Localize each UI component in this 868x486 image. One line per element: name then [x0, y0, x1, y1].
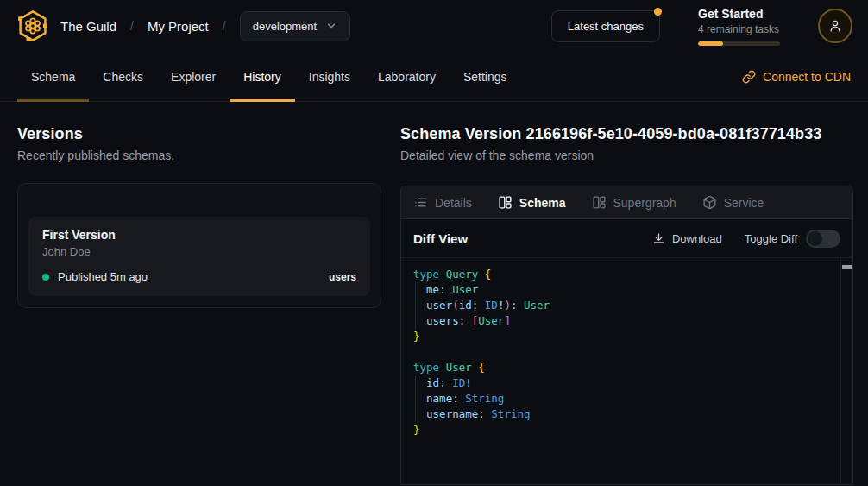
diff-actions: Download Toggle Diff [652, 230, 840, 248]
version-service-badge: users [329, 271, 356, 283]
user-avatar[interactable] [818, 9, 852, 43]
code-line: id: ID! [413, 376, 837, 391]
indent-guide [415, 407, 416, 422]
code-line: type Query { [413, 267, 837, 282]
code-line: } [413, 422, 837, 438]
tab-history[interactable]: History [230, 52, 295, 101]
code-scrollbar[interactable] [840, 258, 852, 484]
detail-tab-supergraph[interactable]: Supergraph [592, 195, 676, 210]
columns-icon [592, 195, 607, 210]
environment-dropdown[interactable]: development [240, 11, 350, 41]
tab-schema[interactable]: Schema [17, 52, 89, 101]
user-icon [827, 18, 843, 34]
breadcrumb: The Guild / My Project / [60, 19, 226, 34]
code-line: username: String [413, 407, 837, 422]
code-line: user(id: ID!): User [413, 298, 837, 313]
download-button[interactable]: Download [652, 232, 722, 245]
detail-tab-label: Service [724, 196, 764, 210]
get-started-widget[interactable]: Get Started 4 remaining tasks [698, 7, 780, 46]
get-started-subtitle: 4 remaining tasks [698, 23, 780, 35]
code-line: name: String [413, 391, 837, 407]
toggle-diff-switch[interactable] [806, 230, 840, 248]
header-right-cluster: Latest changes Get Started 4 remaining t… [551, 7, 852, 46]
schema-version-detail-box: Details Schema [400, 186, 853, 485]
hive-logo-icon[interactable] [16, 9, 50, 43]
connect-to-cdn-link[interactable]: Connect to CDN [742, 52, 851, 101]
toggle-diff-label: Toggle Diff [745, 232, 797, 245]
detail-tab-service[interactable]: Service [702, 195, 764, 210]
cube-icon [702, 195, 717, 210]
connect-to-cdn-label: Connect to CDN [763, 70, 851, 84]
versions-list-card: First Version John Doe Published 5m ago … [17, 183, 381, 308]
detail-tab-label: Supergraph [613, 196, 676, 210]
code-line: users: [User] [413, 313, 837, 329]
code-line [413, 344, 837, 360]
toggle-diff-control: Toggle Diff [745, 230, 840, 248]
breadcrumb-org[interactable]: The Guild [60, 19, 116, 34]
detail-tab-details[interactable]: Details [413, 195, 472, 210]
published-status-dot [42, 274, 49, 281]
code-line: me: User [413, 282, 837, 298]
schema-version-subtitle: Detailed view of the schema version [400, 148, 853, 162]
schema-version-panel: Schema Version 2166196f-5e10-4059-bd0a-0… [400, 102, 868, 486]
breadcrumb-separator: / [130, 19, 134, 33]
columns-icon [498, 195, 513, 210]
tab-insights[interactable]: Insights [295, 52, 364, 101]
detail-tab-schema[interactable]: Schema [498, 195, 566, 210]
latest-changes-label: Latest changes [568, 20, 644, 33]
version-meta-row: Published 5m ago users [42, 270, 356, 283]
code-line: } [413, 329, 837, 344]
detail-tabbar: Details Schema [401, 186, 852, 219]
versions-title: Versions [17, 125, 381, 143]
breadcrumb-project[interactable]: My Project [148, 19, 209, 34]
version-author: John Doe [42, 245, 356, 258]
breadcrumb-separator: / [223, 19, 226, 33]
diff-view-title: Diff View [413, 231, 468, 246]
tab-explorer[interactable]: Explorer [157, 52, 230, 101]
schema-version-title: Schema Version 2166196f-5e10-4059-bd0a-0… [400, 125, 853, 143]
indent-guide [415, 313, 416, 329]
tab-laboratory[interactable]: Laboratory [364, 52, 450, 101]
detail-tab-label: Schema [519, 196, 566, 210]
get-started-progress-fill [698, 41, 723, 46]
diff-toolbar: Diff View Download Toggle Diff [401, 219, 852, 258]
detail-tab-label: Details [435, 196, 472, 210]
download-label: Download [672, 232, 722, 245]
schema-code-editor[interactable]: type Query { me: User user(id: ID!): Use… [401, 258, 852, 484]
code-lines: type Query { me: User user(id: ID!): Use… [413, 267, 837, 438]
version-name: First Version [42, 228, 356, 242]
indent-guide [415, 376, 416, 391]
get-started-title: Get Started [698, 7, 780, 21]
versions-panel: Versions Recently published schemas. Fir… [0, 102, 400, 486]
version-list-item[interactable]: First Version John Doe Published 5m ago … [28, 217, 370, 296]
primary-nav: Schema Checks Explorer History Insights … [0, 52, 868, 102]
indent-guide [415, 391, 416, 407]
chevron-down-icon [325, 20, 337, 32]
version-status: Published 5m ago [58, 270, 148, 283]
tab-checks[interactable]: Checks [89, 52, 157, 101]
indent-guide [415, 298, 416, 313]
link-icon [742, 70, 756, 84]
tab-settings[interactable]: Settings [450, 52, 521, 101]
versions-subtitle: Recently published schemas. [17, 148, 381, 162]
get-started-progressbar [698, 41, 780, 46]
indent-guide [415, 282, 416, 298]
list-icon [413, 195, 428, 210]
app-header: The Guild / My Project / development Lat… [0, 0, 868, 52]
code-scrollbar-thumb[interactable] [842, 265, 852, 269]
toggle-knob [808, 231, 822, 246]
code-line: type User { [413, 360, 837, 376]
latest-changes-button[interactable]: Latest changes [551, 10, 660, 42]
download-icon [652, 232, 665, 245]
environment-dropdown-value: development [253, 20, 317, 33]
notification-dot [654, 8, 662, 16]
main-content: Versions Recently published schemas. Fir… [0, 102, 868, 486]
